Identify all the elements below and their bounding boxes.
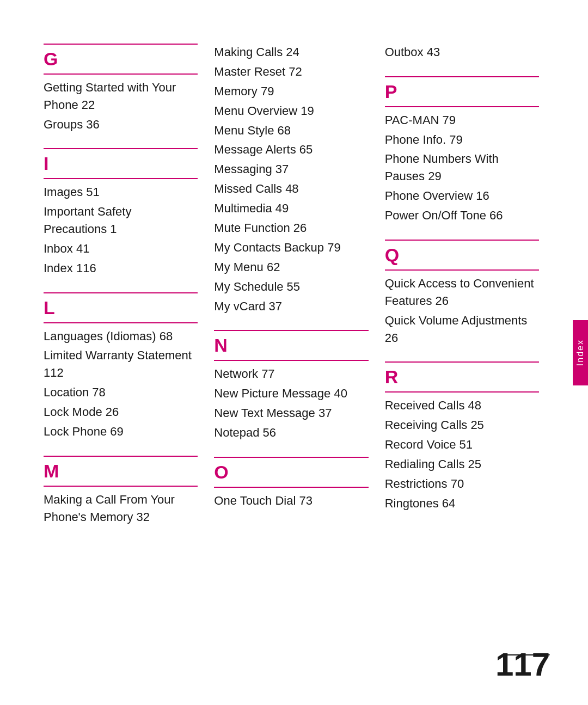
entry-one-touch-dial: One Touch Dial 73: [214, 492, 368, 510]
entry-my-menu: My Menu 62: [214, 259, 368, 276]
section-p-top-divider: [385, 76, 539, 77]
section-g-letter-divider: [44, 73, 198, 75]
index-columns: G Getting Started with Your Phone 22 Gro…: [44, 44, 555, 541]
section-i-letter-divider: [44, 178, 198, 179]
section-l-top-divider: [44, 292, 198, 293]
section-l-letter-divider: [44, 322, 198, 323]
section-n-letter-divider: [214, 360, 368, 361]
entry-quick-volume: Quick Volume Adjustments 26: [385, 312, 539, 347]
letter-l: L: [44, 297, 198, 319]
section-n-top-divider: [214, 330, 368, 331]
entry-my-contacts-backup: My Contacts Backup 79: [214, 239, 368, 256]
section-m: M Making a Call From Your Phone's Memory…: [44, 456, 198, 526]
entry-phone-info: Phone Info. 79: [385, 131, 539, 149]
entry-mute-function: Mute Function 26: [214, 219, 368, 237]
page-number: 117: [495, 646, 550, 683]
section-q: Q Quick Access to Convenient Features 26…: [385, 240, 539, 346]
entry-ringtones: Ringtones 64: [385, 495, 539, 512]
letter-g: G: [44, 48, 198, 70]
section-r: R Received Calls 48 Receiving Calls 25 R…: [385, 361, 539, 512]
letter-p: P: [385, 81, 539, 103]
column-2: Making Calls 24 Master Reset 72 Memory 7…: [214, 44, 384, 541]
section-p: P PAC-MAN 79 Phone Info. 79 Phone Number…: [385, 76, 539, 224]
entry-images: Images 51: [44, 183, 198, 201]
entry-inbox: Inbox 41: [44, 240, 198, 258]
entry-lock-phone: Lock Phone 69: [44, 423, 198, 440]
section-o-top-divider: [214, 457, 368, 458]
entry-redialing-calls: Redialing Calls 25: [385, 456, 539, 473]
section-o-continued: Outbox 43: [385, 44, 539, 61]
entry-index: Index 116: [44, 260, 198, 277]
column-1: G Getting Started with Your Phone 22 Gro…: [44, 44, 214, 541]
section-l: L Languages (Idiomas) 68 Limited Warrant…: [44, 292, 198, 440]
entry-menu-style: Menu Style 68: [214, 122, 368, 139]
entry-my-schedule: My Schedule 55: [214, 278, 368, 296]
entry-lock-mode: Lock Mode 26: [44, 403, 198, 421]
section-g-top-divider: [44, 44, 198, 45]
section-g: G Getting Started with Your Phone 22 Gro…: [44, 44, 198, 133]
section-i: I Images 51 Important Safety Precautions…: [44, 148, 198, 277]
entry-new-picture-message: New Picture Message 40: [214, 385, 368, 402]
entry-groups: Groups 36: [44, 116, 198, 133]
entry-restrictions: Restrictions 70: [385, 475, 539, 493]
entry-received-calls: Received Calls 48: [385, 397, 539, 414]
entry-limited-warranty: Limited Warranty Statement 112: [44, 347, 198, 382]
entry-making-calls: Making Calls 24: [214, 44, 368, 61]
entry-important-safety: Important Safety Precautions 1: [44, 203, 198, 238]
entry-memory: Memory 79: [214, 83, 368, 100]
side-tab-label: Index: [575, 339, 585, 366]
letter-q: Q: [385, 244, 539, 266]
entry-phone-numbers-pauses: Phone Numbers With Pauses 29: [385, 150, 539, 185]
entry-new-text-message: New Text Message 37: [214, 404, 368, 422]
entry-receiving-calls: Receiving Calls 25: [385, 416, 539, 434]
entry-my-vcard: My vCard 37: [214, 298, 368, 315]
letter-o: O: [214, 461, 368, 483]
section-r-letter-divider: [385, 391, 539, 393]
entry-getting-started: Getting Started with Your Phone 22: [44, 79, 198, 114]
entry-power-on-off-tone: Power On/Off Tone 66: [385, 207, 539, 224]
entry-network: Network 77: [214, 365, 368, 383]
entry-outbox: Outbox 43: [385, 44, 539, 61]
section-m-top-divider: [44, 456, 198, 457]
entry-master-reset: Master Reset 72: [214, 63, 368, 81]
section-q-top-divider: [385, 240, 539, 241]
letter-m: M: [44, 460, 198, 482]
section-p-letter-divider: [385, 106, 539, 107]
letter-n: N: [214, 334, 368, 357]
section-o-letter-divider: [214, 487, 368, 488]
entry-phone-overview: Phone Overview 16: [385, 187, 539, 205]
entry-record-voice: Record Voice 51: [385, 436, 539, 453]
section-i-top-divider: [44, 148, 198, 149]
entry-multimedia: Multimedia 49: [214, 200, 368, 217]
page-container: G Getting Started with Your Phone 22 Gro…: [0, 0, 588, 705]
entry-menu-overview: Menu Overview 19: [214, 102, 368, 120]
letter-i: I: [44, 152, 198, 175]
entry-messaging: Messaging 37: [214, 161, 368, 178]
entry-location: Location 78: [44, 384, 198, 401]
column-3: Outbox 43 P PAC-MAN 79 Phone Info. 79 Ph…: [385, 44, 555, 541]
entry-making-call-from-memory: Making a Call From Your Phone's Memory 3…: [44, 491, 198, 526]
section-n: N Network 77 New Picture Message 40 New …: [214, 330, 368, 441]
entry-notepad: Notepad 56: [214, 424, 368, 442]
entry-message-alerts: Message Alerts 65: [214, 141, 368, 158]
section-m-continued: Making Calls 24 Master Reset 72 Memory 7…: [214, 44, 368, 315]
entry-missed-calls: Missed Calls 48: [214, 180, 368, 198]
section-m-letter-divider: [44, 486, 198, 487]
section-q-letter-divider: [385, 269, 539, 271]
section-r-top-divider: [385, 361, 539, 363]
letter-r: R: [385, 366, 539, 388]
entry-quick-access: Quick Access to Convenient Features 26: [385, 275, 539, 310]
index-side-tab: Index: [573, 320, 588, 385]
section-o: O One Touch Dial 73: [214, 457, 368, 510]
entry-pacman: PAC-MAN 79: [385, 112, 539, 129]
entry-languages: Languages (Idiomas) 68: [44, 328, 198, 345]
